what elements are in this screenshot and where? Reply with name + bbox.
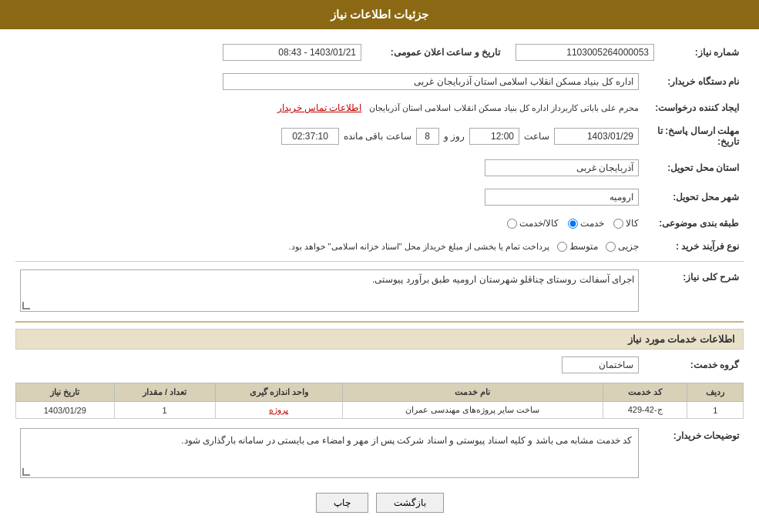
noefarayand-label: نوع فرآیند خرید : [643, 238, 744, 255]
tosihaat-box: کد خدمت مشابه می باشد و کلیه اسناد پیوست… [20, 428, 639, 478]
page-title: جزئیات اطلاعات نیاز [331, 8, 428, 21]
taarikheAlan-value: 1403/01/21 - 08:43 [36, 41, 366, 64]
print-button[interactable]: چاپ [316, 493, 368, 513]
cell-tedad: 1 [114, 402, 215, 419]
col-namKhedmat: نام خدمت [342, 383, 603, 402]
shomareNiaz-value: 1103005264000053 [505, 41, 659, 64]
button-row: بازگشت چاپ [15, 493, 744, 513]
mohlatErsal-label: مهلت ارسال پاسخ: تا تاریخ: [643, 122, 744, 150]
tosihaat-label: توضیحات خریدار: [643, 425, 744, 481]
page-header: جزئیات اطلاعات نیاز [0, 0, 759, 29]
col-tarikh: تاریخ نیاز [16, 383, 115, 402]
col-vahed: واحد اندازه گیری [215, 383, 342, 402]
taarikheAlan-label: تاریخ و ساعت اعلان عمومی: [366, 41, 505, 64]
tabebandi-options: کالا خدمت کالا/خدمت [15, 215, 643, 232]
ostanTahvil-value: آذربایجان غربی [15, 156, 643, 179]
table-row: 1 ج-42-429 ساخت سایر پروژه‌های مهندسی عم… [16, 402, 744, 419]
mohlatErsal-roz: 8 [416, 128, 439, 145]
mohlatErsal-row: 1403/01/29 ساعت 12:00 روز و 8 ساعت باقی … [15, 122, 643, 150]
noefarayand-jozi[interactable]: جزیی [606, 241, 639, 252]
col-radif: ردیف [687, 383, 744, 402]
noefarayand-motevaset[interactable]: متوسط [557, 241, 598, 252]
ijadKonande-value: محرم علی باباتی کاربرداز اداره کل بنیاد … [15, 99, 643, 116]
namDastgah-label: نام دستگاه خریدار: [643, 70, 744, 93]
groupKhedmat-label: گروه خدمت: [643, 353, 744, 376]
groupKhedmat-value: ساختمان [15, 353, 643, 376]
noefarayand-description: پرداخت تمام یا بخشی از مبلغ خریداز محل "… [288, 242, 549, 252]
tabebandi-khedmat[interactable]: خدمت [568, 218, 604, 229]
cell-vahed: پروژه [215, 402, 342, 419]
noefarayand-row: جزیی متوسط پرداخت تمام یا بخشی از مبلغ خ… [15, 238, 643, 255]
tabebandi-kala-khedmat[interactable]: کالا/خدمت [507, 218, 559, 229]
cell-namKhedmat: ساخت سایر پروژه‌های مهندسی عمران [342, 402, 603, 419]
sharhKolli-box: اجرای آسفالت روستای چناقلو شهرستان ارومی… [20, 269, 639, 312]
cell-tarikh: 1403/01/29 [16, 402, 115, 419]
ijadKonande-label: ایجاد کننده درخواست: [643, 99, 744, 116]
tamas-link[interactable]: اطلاعات تماس خریدار [277, 102, 362, 113]
tabebandi-label: طبقه بندی موضوعی: [643, 215, 744, 232]
sharhKolli-label: شرح کلی نیاز: [643, 266, 744, 315]
shomareNiaz-label: شماره نیاز: [659, 41, 744, 64]
cell-radif: 1 [687, 402, 744, 419]
col-kodKhedmat: کد خدمت [603, 383, 687, 402]
shahrTahvil-label: شهر محل تحویل: [643, 186, 744, 209]
mohlatErsal-saat: 02:37:10 [281, 128, 339, 145]
shahrTahvil-value: ارومیه [15, 186, 643, 209]
mohlatErsal-time: 12:00 [469, 128, 519, 145]
services-section-title: اطلاعات خدمات مورد نیاز [15, 329, 744, 350]
mohlatErsal-date: 1403/01/29 [554, 128, 639, 145]
col-tedad: تعداد / مقدار [114, 383, 215, 402]
cell-kodKhedmat: ج-42-429 [603, 402, 687, 419]
back-button[interactable]: بازگشت [376, 493, 444, 513]
namDastgah-value: اداره کل بنیاد مسکن انقلاب اسلامی استان … [15, 70, 643, 93]
services-table: ردیف کد خدمت نام خدمت واحد اندازه گیری ت… [15, 383, 744, 419]
sharhKolli-value: اجرای آسفالت روستای چناقلو شهرستان ارومی… [15, 266, 643, 315]
tosihaat-value: کد خدمت مشابه می باشد و کلیه اسناد پیوست… [15, 425, 643, 481]
tabebandi-kala[interactable]: کالا [613, 218, 639, 229]
ostanTahvil-label: استان محل تحویل: [643, 156, 744, 179]
